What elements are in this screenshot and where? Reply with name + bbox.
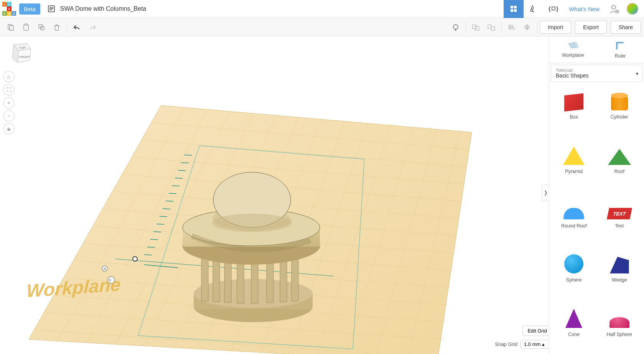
home-view-button[interactable]: ⌂ [3, 71, 15, 82]
beta-badge: Beta [19, 3, 40, 15]
svg-line-115 [573, 43, 576, 47]
people-icon[interactable] [607, 2, 621, 16]
svg-line-112 [571, 47, 578, 48]
workplane-tool[interactable]: Workplane [549, 36, 597, 63]
duplicate-button[interactable] [34, 20, 49, 35]
app-header: TIN KER CAD Beta SWA Dome with Columns_B… [0, 0, 644, 18]
svg-text:{: { [548, 5, 551, 12]
svg-rect-27 [475, 26, 479, 30]
snap-grid-label: Snap Grid [495, 341, 517, 347]
redo-button[interactable] [85, 20, 100, 35]
svg-rect-32 [510, 28, 514, 29]
undo-button[interactable] [69, 20, 85, 35]
shapes-grid: BoxCylinderPyramidRoofRound RoofTEXTText… [549, 84, 644, 354]
shape-half-sphere[interactable]: Half Sphere [598, 304, 641, 351]
svg-rect-5 [514, 6, 517, 8]
svg-rect-4 [511, 6, 513, 8]
shape-round-roof[interactable]: Round Roof [552, 196, 596, 242]
export-button[interactable]: Export [575, 21, 606, 34]
svg-line-64 [184, 155, 192, 155]
svg-rect-28 [488, 25, 491, 28]
svg-line-67 [175, 178, 183, 178]
svg-rect-6 [511, 9, 513, 12]
shape-cone[interactable]: Cone [552, 304, 596, 351]
svg-point-11 [612, 5, 616, 9]
shapes-panel: Workplane Ruler Tinkercad Basic Shapes B… [549, 36, 644, 354]
svg-text:FRONT: FRONT [19, 55, 30, 59]
mirror-button[interactable] [519, 20, 535, 35]
svg-line-74 [153, 232, 161, 232]
ungroup-button[interactable] [484, 20, 499, 35]
shape-category-dropdown[interactable]: Tinkercad Basic Shapes [551, 65, 642, 82]
svg-rect-29 [491, 27, 495, 30]
paste-button[interactable] [18, 20, 34, 35]
svg-point-83 [133, 257, 137, 261]
svg-rect-18 [25, 24, 27, 25]
hint-button[interactable] [448, 20, 463, 35]
svg-line-66 [178, 170, 186, 171]
align-button[interactable] [504, 20, 519, 35]
svg-line-110 [570, 44, 576, 45]
group-button[interactable] [468, 20, 484, 35]
snap-grid-select[interactable]: 1.0 mm ▴ [520, 340, 552, 349]
user-avatar[interactable] [626, 3, 639, 15]
import-button[interactable]: Import [540, 21, 571, 34]
zoom-out-button[interactable]: − [3, 110, 15, 122]
nav-controls: ⌂ ⛶ + − ◈ [3, 71, 15, 135]
zoom-in-button[interactable]: + [3, 97, 15, 109]
share-button[interactable]: Share [611, 21, 641, 34]
tab-code-blocks[interactable]: {} [544, 0, 563, 18]
svg-line-72 [160, 216, 167, 217]
svg-rect-9 [552, 7, 555, 10]
svg-rect-7 [514, 9, 517, 12]
svg-line-109 [569, 43, 576, 43]
svg-text:✕: ✕ [103, 267, 106, 271]
canvas-viewport[interactable]: ✕ ≡ Workplane [0, 36, 556, 354]
edit-grid-button[interactable]: Edit Grid [522, 326, 552, 336]
tinkercad-logo[interactable]: TIN KER CAD [2, 2, 16, 16]
svg-rect-31 [510, 25, 513, 27]
svg-rect-16 [10, 26, 13, 30]
shape-roof[interactable]: Roof [598, 141, 641, 188]
panel-collapse-button[interactable]: ❭ [542, 184, 549, 201]
svg-line-68 [172, 186, 180, 186]
svg-line-75 [150, 239, 158, 240]
main-toolbar: Import Export Share [0, 18, 644, 36]
svg-point-103 [212, 214, 292, 232]
viewcube[interactable]: TOP FRONT [8, 40, 33, 66]
shape-sphere[interactable]: Sphere [552, 250, 596, 296]
svg-line-111 [570, 46, 577, 46]
svg-line-73 [156, 224, 164, 224]
document-icon[interactable] [47, 5, 56, 13]
svg-line-113 [569, 43, 571, 48]
shape-text[interactable]: TEXTText [598, 196, 641, 242]
tab-minecraft[interactable] [524, 0, 544, 18]
svg-line-69 [169, 193, 176, 194]
shape-pyramid[interactable]: Pyramid [552, 141, 596, 188]
svg-line-114 [571, 43, 573, 48]
svg-point-23 [453, 25, 458, 29]
svg-line-76 [147, 247, 155, 247]
svg-line-65 [181, 163, 189, 163]
shape-box[interactable]: Box [552, 87, 596, 133]
delete-button[interactable] [49, 20, 64, 35]
svg-rect-26 [473, 25, 476, 29]
svg-line-116 [576, 43, 578, 47]
tab-3d-editor[interactable] [504, 0, 524, 18]
workplane-3d[interactable]: ✕ ≡ Workplane [0, 36, 556, 354]
copy-button[interactable] [3, 20, 18, 35]
svg-text:TOP: TOP [19, 46, 26, 49]
whats-new-link[interactable]: What's New [563, 6, 605, 12]
svg-line-71 [163, 209, 170, 209]
fit-view-button[interactable]: ⛶ [3, 84, 15, 95]
svg-line-77 [144, 255, 152, 255]
shape-wedge[interactable]: Wedge [598, 250, 641, 296]
shape-cylinder[interactable]: Cylinder [598, 87, 641, 133]
ortho-view-button[interactable]: ◈ [3, 123, 15, 135]
svg-line-70 [166, 201, 173, 201]
ruler-tool[interactable]: Ruler [597, 36, 644, 63]
document-title[interactable]: SWA Dome with Columns_Beta [60, 5, 146, 12]
svg-text:}: } [556, 5, 558, 12]
